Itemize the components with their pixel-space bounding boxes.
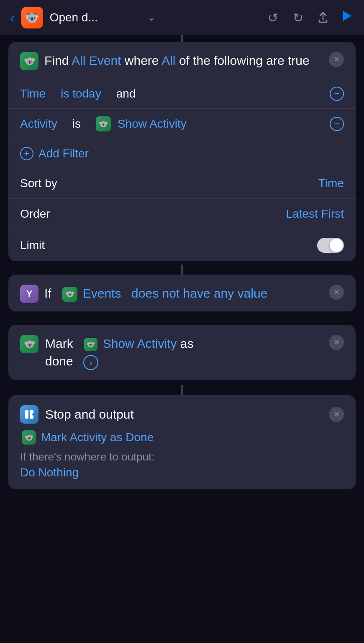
add-filter-icon[interactable]: + [20,147,33,160]
if-action-text: If 🐨 Events does not have any value [44,285,323,302]
filter-activity-field[interactable]: Activity [20,117,57,131]
sort-by-row[interactable]: Sort by Time [8,168,356,199]
app-icon: 🐨 [21,7,43,28]
filter-activity-operator: is [72,117,81,131]
filter-row-time: Time is today and − [8,79,356,109]
find-app-icon: 🐨 [20,52,38,70]
nav-chevron-icon[interactable]: ⌄ [148,12,155,23]
stop-nowhere-text: If there's nowhere to output: [20,450,344,463]
share-button[interactable] [314,8,332,27]
svg-rect-1 [25,410,28,419]
find-header-text: Find All Event where All of the followin… [44,52,323,69]
sort-by-label: Sort by [20,177,57,190]
mark-show-icon: 🐨 [84,338,97,351]
limit-row: Limit [8,229,356,261]
if-header: Y If 🐨 Events does not have any value ✕ [8,275,356,311]
limit-label: Limit [20,239,45,252]
if-events-icon: 🐨 [62,287,77,302]
filter-activity-value[interactable]: Show Activity [118,117,187,131]
back-button[interactable]: ‹ [10,10,15,26]
mark-show-label[interactable]: Show Activity [103,337,177,350]
filter-row-activity: Activity is 🐨 Show Activity − [8,109,356,139]
order-row[interactable]: Order Latest First [8,199,356,229]
redo-button[interactable]: ↻ [289,8,307,27]
mark-chevron-button[interactable]: › [83,355,98,370]
connector-top [181,35,183,42]
add-filter-row: + Add Filter [8,139,356,168]
stop-close-button[interactable]: ✕ [329,407,344,422]
find-header: 🐨 Find All Event where All of the follow… [8,42,356,79]
stop-title: Stop and output [45,407,134,422]
filter-time-field[interactable]: Time [20,87,46,100]
find-all[interactable]: All [161,54,175,67]
connector-mid2 [181,385,183,395]
find-block-card: 🐨 Find All Event where All of the follow… [8,42,356,261]
undo-button[interactable]: ↺ [264,8,282,27]
sort-by-value[interactable]: Time [318,177,344,190]
if-block-card: Y If 🐨 Events does not have any value ✕ [8,275,356,311]
stop-value-label[interactable]: Mark Activity as Done [41,431,154,444]
mark-text: Mark 🐨 Show Activity as done › [45,335,322,370]
stop-value-row: 🐨 Mark Activity as Done [20,430,344,445]
find-all-event[interactable]: All Event [72,54,121,67]
if-events-label[interactable]: Events [83,286,121,300]
filter-activity-value-icon: 🐨 [96,116,111,131]
filter-time-conjunction: and [116,87,136,100]
toggle-knob [330,239,343,252]
stop-block-card: Stop and output ✕ 🐨 Mark Activity as Don… [8,395,356,489]
order-label: Order [20,207,50,221]
nav-bar: ‹ 🐨 Open d... ⌄ ↺ ↻ [0,0,364,35]
filter-time-remove-button[interactable]: − [330,87,344,101]
order-value[interactable]: Latest First [286,207,344,221]
mark-close-button[interactable]: ✕ [329,335,344,350]
if-close-button[interactable]: ✕ [329,285,344,300]
filter-activity-remove-button[interactable]: − [330,117,344,131]
stop-header: Stop and output ✕ [20,405,344,424]
svg-marker-0 [343,11,351,21]
mark-icon: 🐨 [20,335,38,353]
spacer-1 [0,311,364,325]
nav-title: Open d... [50,11,145,24]
if-condition[interactable]: does not have any value [131,286,267,300]
find-close-button[interactable]: ✕ [329,52,344,67]
play-button[interactable] [339,8,354,27]
filter-time-operator[interactable]: is today [61,87,101,100]
connector-mid1 [181,265,183,275]
if-filter-icon: Y [20,285,38,303]
stop-value-icon: 🐨 [22,430,36,445]
stop-icon [20,405,38,424]
stop-do-nothing[interactable]: Do Nothing [20,466,344,479]
limit-toggle[interactable] [317,238,344,253]
add-filter-label[interactable]: Add Filter [38,147,89,160]
mark-block-card: 🐨 Mark 🐨 Show Activity as done › ✕ [8,325,356,380]
